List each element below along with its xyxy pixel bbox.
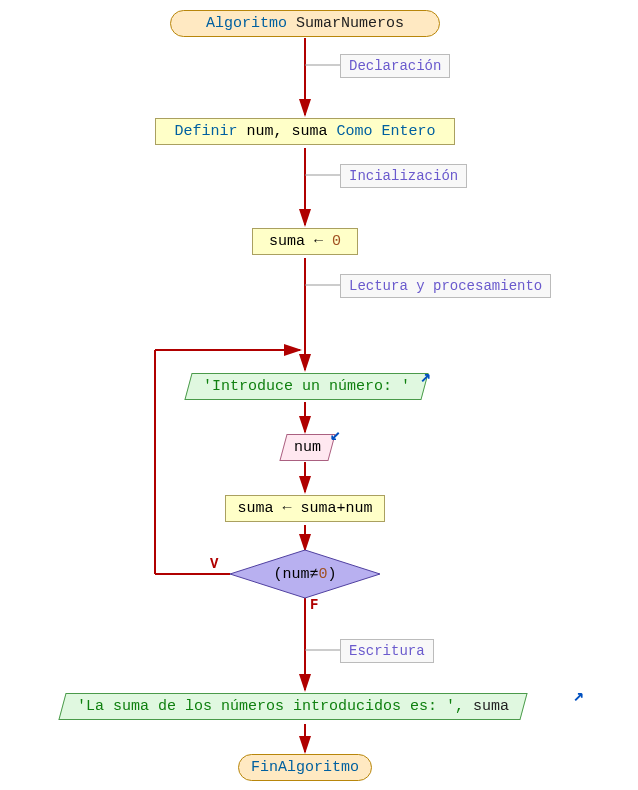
kw-finalgoritmo: FinAlgoritmo: [251, 759, 359, 776]
assign-op: ←: [273, 500, 300, 517]
init-op: ←: [305, 233, 332, 250]
io-output-prompt: 'Introduce un número: ': [184, 373, 428, 400]
process-assign: suma ← suma+num: [225, 495, 385, 522]
assign-var: suma: [237, 500, 273, 517]
kw-como: Como: [328, 123, 382, 140]
comment-escritura: Escritura: [340, 639, 434, 663]
init-var: suma: [269, 233, 305, 250]
assign-expr: suma+num: [301, 500, 373, 517]
output-var: suma: [473, 698, 509, 715]
terminal-end: FinAlgoritmo: [238, 754, 372, 781]
decision-cond: (num≠0): [230, 550, 380, 598]
process-init: suma ← 0: [252, 228, 358, 255]
kw-algoritmo: Algoritmo: [206, 15, 287, 32]
io-output-result: 'La suma de los números introducidos es:…: [58, 693, 527, 720]
kw-definir: Definir: [174, 123, 246, 140]
cond-rp: ): [328, 566, 337, 583]
branch-false: F: [310, 597, 318, 613]
cond-val: 0: [319, 566, 328, 583]
prompt-text: 'Introduce un número: ': [203, 378, 410, 395]
output-str: 'La suma de los números introducidos es:…: [77, 698, 455, 715]
process-declare: Definir num, suma Como Entero: [155, 118, 455, 145]
branch-true: V: [210, 556, 218, 572]
io-input-read: num: [279, 434, 335, 461]
cond-lp: (: [273, 566, 282, 583]
cond-var: num: [282, 566, 309, 583]
cond-op: ≠: [309, 566, 318, 583]
comment-inicializacion: Incialización: [340, 164, 467, 188]
terminal-start: Algoritmo SumarNumeros: [170, 10, 440, 37]
output-arrow-icon: ↗: [420, 365, 431, 387]
declare-vars: num, suma: [246, 123, 327, 140]
input-arrow-icon: ↙: [330, 423, 341, 445]
comment-declaracion: Declaración: [340, 54, 450, 78]
output-sep: ,: [455, 698, 473, 715]
read-var: num: [294, 439, 321, 456]
algo-name: SumarNumeros: [287, 15, 404, 32]
output-arrow-icon-2: ↗: [573, 684, 584, 706]
kw-entero: Entero: [382, 123, 436, 140]
comment-lectura: Lectura y procesamiento: [340, 274, 551, 298]
init-val: 0: [332, 233, 341, 250]
